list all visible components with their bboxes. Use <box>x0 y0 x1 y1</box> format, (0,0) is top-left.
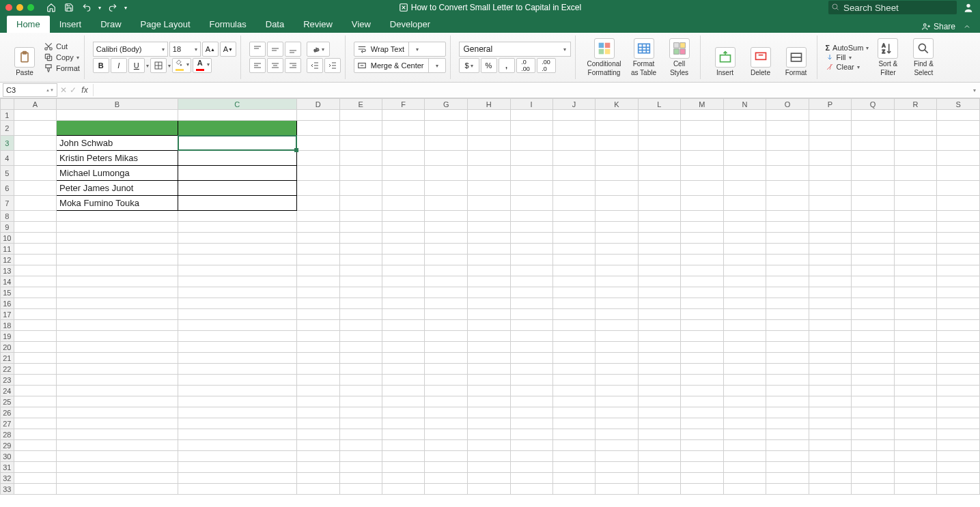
cell-E21[interactable] <box>339 353 382 364</box>
cell-C31[interactable] <box>178 462 296 473</box>
fill-button[interactable]: Fill ▾ <box>826 53 869 61</box>
cell-G29[interactable] <box>425 440 468 451</box>
cell-F17[interactable] <box>382 309 424 320</box>
cell-S22[interactable] <box>937 364 980 375</box>
cell-P29[interactable] <box>809 440 851 451</box>
cell-O18[interactable] <box>766 320 809 331</box>
cell-I21[interactable] <box>510 353 552 364</box>
cell-C27[interactable] <box>178 418 296 429</box>
cell-P13[interactable] <box>809 265 851 276</box>
cell-G4[interactable] <box>425 151 468 166</box>
cell-M30[interactable] <box>681 451 724 462</box>
cell-E33[interactable] <box>339 484 382 495</box>
cell-S28[interactable] <box>937 429 980 440</box>
cell-R13[interactable] <box>894 265 937 276</box>
cell-J31[interactable] <box>552 462 595 473</box>
cell-B15[interactable] <box>57 287 178 298</box>
cell-N25[interactable] <box>723 396 766 407</box>
cell-C21[interactable] <box>178 353 296 364</box>
cell-F9[interactable] <box>382 222 424 233</box>
autosum-button[interactable]: Σ AutoSum ▾ <box>826 44 869 52</box>
cell-F28[interactable] <box>382 429 424 440</box>
cell-M17[interactable] <box>681 309 724 320</box>
cell-K3[interactable] <box>596 136 638 151</box>
cell-O17[interactable] <box>766 309 809 320</box>
cell-E3[interactable] <box>339 136 382 151</box>
cell-I1[interactable] <box>510 110 552 121</box>
cell-L23[interactable] <box>638 375 680 386</box>
cell-G6[interactable] <box>425 181 468 196</box>
cell-O19[interactable] <box>766 331 809 342</box>
tab-insert[interactable]: Insert <box>50 16 92 33</box>
cell-S10[interactable] <box>937 233 980 244</box>
cell-A21[interactable] <box>14 353 56 364</box>
cell-G27[interactable] <box>425 418 468 429</box>
cell-L16[interactable] <box>638 298 680 309</box>
cell-S11[interactable] <box>937 244 980 255</box>
cell-F5[interactable] <box>382 166 424 181</box>
cell-H31[interactable] <box>468 462 511 473</box>
cell-F13[interactable] <box>382 265 424 276</box>
column-header-C[interactable]: C <box>178 99 296 110</box>
cell-A14[interactable] <box>14 276 56 287</box>
cell-S5[interactable] <box>937 166 980 181</box>
cell-Q11[interactable] <box>852 244 895 255</box>
cell-G30[interactable] <box>425 451 468 462</box>
cell-F33[interactable] <box>382 484 424 495</box>
cell-B13[interactable] <box>57 265 178 276</box>
align-center-button[interactable] <box>267 58 283 73</box>
cell-L30[interactable] <box>638 451 680 462</box>
cell-A30[interactable] <box>14 451 56 462</box>
number-format-dropdown[interactable]: General ▾ <box>459 42 571 57</box>
cell-P12[interactable] <box>809 255 851 265</box>
column-header-Q[interactable]: Q <box>852 99 895 110</box>
cell-L2[interactable] <box>638 121 680 136</box>
cell-D5[interactable] <box>296 166 339 181</box>
cell-D29[interactable] <box>296 440 339 451</box>
cell-A15[interactable] <box>14 287 56 298</box>
cell-F16[interactable] <box>382 298 424 309</box>
cell-K20[interactable] <box>596 342 638 353</box>
cell-K19[interactable] <box>596 331 638 342</box>
cell-K8[interactable] <box>596 211 638 222</box>
cell-J30[interactable] <box>552 451 595 462</box>
cell-H17[interactable] <box>468 309 511 320</box>
cell-N31[interactable] <box>723 462 766 473</box>
cell-P7[interactable] <box>809 196 851 211</box>
cell-P26[interactable] <box>809 407 851 418</box>
cell-A26[interactable] <box>14 407 56 418</box>
cell-K2[interactable] <box>596 121 638 136</box>
cell-N30[interactable] <box>723 451 766 462</box>
cell-D27[interactable] <box>296 418 339 429</box>
cell-G28[interactable] <box>425 429 468 440</box>
cell-D31[interactable] <box>296 462 339 473</box>
cell-I16[interactable] <box>510 298 552 309</box>
cell-S27[interactable] <box>937 418 980 429</box>
cell-E32[interactable] <box>339 473 382 484</box>
cell-F20[interactable] <box>382 342 424 353</box>
cell-E30[interactable] <box>339 451 382 462</box>
redo-icon[interactable] <box>107 1 119 14</box>
cell-G5[interactable] <box>425 166 468 181</box>
find-select-button[interactable]: Find & Select <box>907 38 940 76</box>
cell-I20[interactable] <box>510 342 552 353</box>
cell-I14[interactable] <box>510 276 552 287</box>
align-right-button[interactable] <box>285 58 301 73</box>
decrease-indent-button[interactable] <box>307 58 323 73</box>
cell-S3[interactable] <box>937 136 980 151</box>
cell-O1[interactable] <box>766 110 809 121</box>
cell-J15[interactable] <box>552 287 595 298</box>
column-header-M[interactable]: M <box>681 99 724 110</box>
cell-J2[interactable] <box>552 121 595 136</box>
cell-R11[interactable] <box>894 244 937 255</box>
cell-M23[interactable] <box>681 375 724 386</box>
cell-H4[interactable] <box>468 151 511 166</box>
cell-D6[interactable] <box>296 181 339 196</box>
cell-I2[interactable] <box>510 121 552 136</box>
cell-N13[interactable] <box>723 265 766 276</box>
cell-D17[interactable] <box>296 309 339 320</box>
cell-P32[interactable] <box>809 473 851 484</box>
cell-H13[interactable] <box>468 265 511 276</box>
cell-G7[interactable] <box>425 196 468 211</box>
cell-H3[interactable] <box>468 136 511 151</box>
